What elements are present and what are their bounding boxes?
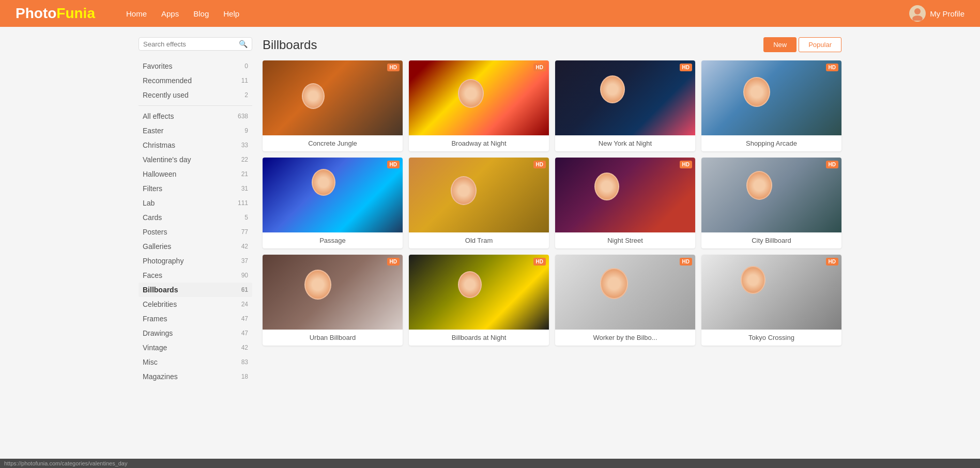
sidebar-item-all-effects[interactable]: All effects638	[139, 109, 252, 123]
sidebar-count: 77	[241, 228, 248, 236]
sidebar-item-favorites[interactable]: Favorites 0	[139, 59, 252, 73]
sidebar-count: 21	[241, 170, 248, 178]
effect-card-night-street[interactable]: HD Night Street	[555, 158, 695, 248]
effect-card-worker-by-the-bilbo---[interactable]: HD Worker by the Bilbo...	[555, 255, 695, 346]
nav-apps[interactable]: Apps	[161, 9, 179, 18]
effect-card-old-tram[interactable]: HD Old Tram	[409, 158, 549, 248]
sidebar-count: 42	[241, 344, 248, 351]
header: PhotoFunia Home Apps Blog Help My Profil…	[0, 0, 980, 27]
sidebar-label: Galleries	[143, 242, 171, 251]
sidebar-item-lab[interactable]: Lab111	[139, 196, 252, 210]
nav-home[interactable]: Home	[126, 9, 147, 18]
sidebar-item-recently-used[interactable]: Recently used 2	[139, 88, 252, 102]
effect-card-tokyo-crossing[interactable]: HD Tokyo Crossing	[701, 255, 841, 346]
sidebar-count: 9	[244, 127, 248, 134]
sidebar-item-easter[interactable]: Easter9	[139, 123, 252, 138]
search-icon: 🔍	[239, 40, 248, 48]
avatar	[909, 5, 926, 22]
effect-thumbnail: HD	[263, 158, 403, 232]
hd-badge: HD	[387, 64, 400, 71]
sidebar-item-magazines[interactable]: Magazines18	[139, 369, 252, 384]
effect-thumbnail: HD	[555, 158, 695, 232]
sidebar-item-drawings[interactable]: Drawings47	[139, 326, 252, 340]
sidebar-item-billboards[interactable]: Billboards61	[139, 283, 252, 297]
effect-card-broadway-at-night[interactable]: HD Broadway at Night	[409, 60, 549, 151]
sidebar-item-photography[interactable]: Photography37	[139, 254, 252, 268]
sidebar-label: Filters	[143, 184, 162, 193]
sidebar-label-recommended: Recommended	[143, 76, 192, 85]
effect-thumbnail: HD	[409, 255, 549, 330]
effect-label: Broadway at Night	[409, 135, 549, 151]
sidebar-item-christmas[interactable]: Christmas33	[139, 138, 252, 152]
page-content: 🔍 Favorites 0 Recommended 11 Recently us…	[128, 27, 852, 397]
effect-card-billboards-at-night[interactable]: HD Billboards at Night	[409, 255, 549, 346]
tab-popular[interactable]: Popular	[799, 37, 841, 52]
logo-photo: Photo	[16, 5, 56, 21]
sidebar-item-cards[interactable]: Cards5	[139, 210, 252, 225]
nav-help[interactable]: Help	[223, 9, 239, 18]
sidebar-item-celebrities[interactable]: Celebrities24	[139, 297, 252, 311]
effect-card-passage[interactable]: HD Passage	[263, 158, 403, 248]
sidebar-item-valentine-s-day[interactable]: Valentine's day22	[139, 152, 252, 167]
face-overlay	[458, 79, 484, 108]
svg-point-0	[914, 8, 921, 14]
section-header: Billboards NewPopular	[263, 37, 841, 52]
sidebar-count: 83	[241, 358, 248, 366]
hd-badge: HD	[533, 64, 546, 71]
effect-card-urban-billboard[interactable]: HD Urban Billboard	[263, 255, 403, 346]
effect-thumbnail: HD	[409, 158, 549, 232]
face-overlay	[746, 171, 772, 200]
profile-area[interactable]: My Profile	[909, 5, 964, 22]
sidebar-item-faces[interactable]: Faces90	[139, 268, 252, 283]
sidebar-item-frames[interactable]: Frames47	[139, 311, 252, 326]
sidebar-item-vintage[interactable]: Vintage42	[139, 340, 252, 355]
sidebar-item-misc[interactable]: Misc83	[139, 355, 252, 369]
sidebar-item-posters[interactable]: Posters77	[139, 225, 252, 239]
effect-label: Night Street	[555, 232, 695, 248]
nav-blog[interactable]: Blog	[193, 9, 209, 18]
hd-badge: HD	[826, 64, 838, 71]
sidebar-categories-section: All effects638Easter9Christmas33Valentin…	[139, 109, 252, 384]
sidebar-count-recommended: 11	[241, 77, 248, 84]
sidebar-label: Faces	[143, 271, 162, 279]
effect-thumbnail: HD	[263, 60, 403, 135]
sidebar-item-recommended[interactable]: Recommended 11	[139, 73, 252, 88]
face-overlay	[302, 83, 325, 109]
sidebar-label: Drawings	[143, 329, 173, 337]
sidebar-label: Vintage	[143, 344, 167, 352]
sidebar-count: 47	[241, 315, 248, 322]
effect-card-concrete-jungle[interactable]: HD Concrete Jungle	[263, 60, 403, 151]
hd-badge: HD	[826, 161, 838, 168]
hd-badge: HD	[680, 258, 692, 266]
sidebar-label: Misc	[143, 358, 158, 366]
logo[interactable]: PhotoFunia	[16, 5, 95, 22]
effect-card-city-billboard[interactable]: HD City Billboard	[701, 158, 841, 248]
sidebar-count: 111	[238, 199, 248, 207]
effect-label: Old Tram	[409, 232, 549, 248]
tab-group: NewPopular	[763, 37, 841, 52]
sidebar-top-section: Favorites 0 Recommended 11 Recently used…	[139, 59, 252, 102]
face-overlay	[600, 75, 625, 103]
nav: Home Apps Blog Help	[126, 9, 239, 18]
sidebar-label: Billboards	[143, 286, 178, 294]
tab-new[interactable]: New	[763, 37, 797, 52]
sidebar-item-filters[interactable]: Filters31	[139, 181, 252, 196]
search-input[interactable]	[143, 40, 239, 48]
sidebar-item-galleries[interactable]: Galleries42	[139, 239, 252, 254]
logo-funia: Funia	[56, 5, 95, 21]
effect-thumbnail: HD	[701, 60, 841, 135]
effect-card-new-york-at-night[interactable]: HD New York at Night	[555, 60, 695, 151]
hd-badge: HD	[826, 258, 838, 266]
face-overlay	[594, 173, 619, 200]
sidebar-item-halloween[interactable]: Halloween21	[139, 167, 252, 181]
effect-thumbnail: HD	[701, 255, 841, 330]
effect-thumbnail: HD	[409, 60, 549, 135]
sidebar-count: 37	[241, 257, 248, 264]
effect-label: Worker by the Bilbo...	[555, 330, 695, 346]
hd-badge: HD	[387, 161, 400, 168]
search-box[interactable]: 🔍	[139, 37, 252, 51]
sidebar-count: 18	[241, 373, 248, 380]
sidebar-count: 638	[238, 113, 248, 120]
effect-card-shopping-arcade[interactable]: HD Shopping Arcade	[701, 60, 841, 151]
effect-label: City Billboard	[701, 232, 841, 248]
